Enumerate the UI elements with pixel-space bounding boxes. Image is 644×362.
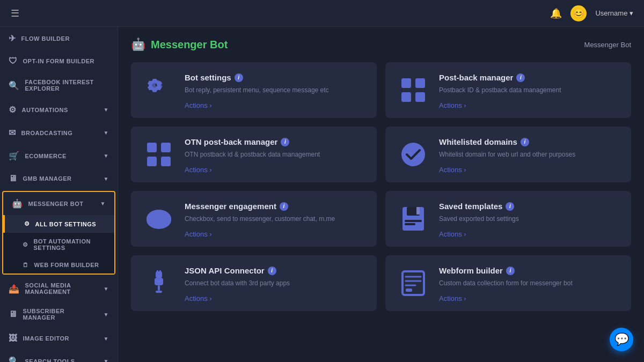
json-api-actions[interactable]: Actions › [185,294,366,302]
postback-card-icon [396,73,430,107]
info-icon[interactable]: i [268,267,276,275]
saved-templates-card-body: Saved templates i Saved exported bot set… [439,202,620,238]
engagement-card-body: Messenger engagement i Checkbox, send to… [185,202,366,238]
card-engagement: Messenger engagement i Checkbox, send to… [131,191,377,247]
svg-rect-19 [155,278,163,285]
svg-rect-13 [416,207,420,215]
sidebar-item-bot-automation[interactable]: ⚙ BOT AUTOMATION SETTINGS [3,233,114,256]
otn-title: OTN post-back manager i [185,137,366,146]
content-header: 🤖 Messenger Bot Messenger Bot [131,38,631,51]
info-icon[interactable]: i [280,202,288,211]
sidebar-item-fb-interest[interactable]: 🔍 FACEBOOK INTEREST EXPLORER [0,72,118,98]
main-layout: ✈ FLOW BUILDER 🛡 OPT-IN FORM BUILDER 🔍 F… [0,27,644,362]
info-icon[interactable]: i [506,202,514,211]
otn-card-body: OTN post-back manager i OTN postback id … [185,137,366,174]
bot-settings-actions[interactable]: Actions › [185,101,366,109]
sidebar-item-ecommerce[interactable]: 🛒 ECOMMERCE ▼ [0,144,118,167]
otn-actions[interactable]: Actions › [185,166,366,174]
otn-card-icon [142,137,176,172]
card-bot-settings: Bot settings i Bot reply, persistent men… [131,62,377,118]
main-content: 🤖 Messenger Bot Messenger Bot [118,27,644,362]
page-title-text: Messenger Bot [151,39,228,51]
svg-rect-26 [406,289,412,292]
card-postback-manager: Post-back manager i Postback ID & postba… [385,62,631,118]
engagement-actions[interactable]: Actions › [185,230,366,238]
engagement-card-icon [142,202,176,236]
topbar-left: ☰ [11,8,19,19]
svg-rect-3 [415,92,425,102]
flow-builder-icon: ✈ [9,33,16,43]
submenu-label: WEB FORM BUILDER [34,262,99,268]
sidebar-item-all-bot-settings[interactable]: ⚙ ALL BOT SETTINGS [3,215,114,233]
svg-rect-2 [401,92,411,102]
webform-title: Webform builder i [439,266,620,275]
sidebar-item-image-editor[interactable]: 🖼 IMAGE EDITOR ▼ [0,327,118,350]
whitelist-title: Whitelisted domains i [439,137,620,146]
web-form-icon: 🗒 [23,262,29,268]
info-icon[interactable]: i [516,73,525,82]
image-editor-icon: 🖼 [9,334,18,343]
chevron-down-icon: ▼ [104,176,109,182]
bell-icon[interactable]: 🔔 [550,8,562,19]
user-name[interactable]: Username ▾ [595,9,633,17]
chevron-down-icon: ▼ [100,201,106,206]
postback-card-body: Post-back manager i Postback ID & postba… [439,73,620,109]
whitelist-desc: Whitelist domain for web url and other p… [439,150,620,159]
json-api-card-icon [142,266,176,300]
sidebar-item-flow-builder[interactable]: ✈ FLOW BUILDER [0,27,118,50]
saved-templates-actions[interactable]: Actions › [439,230,620,238]
svg-rect-17 [157,270,158,273]
card-webform: Webform builder i Custom data collection… [385,255,631,311]
whitelist-card-body: Whitelisted domains i Whitelist domain f… [439,137,620,174]
engagement-title: Messenger engagement i [185,202,366,211]
sidebar-item-search-tools[interactable]: 🔍 SEARCH TOOLS ▼ [0,350,118,362]
card-otn-postback: OTN post-back manager i OTN postback id … [131,127,377,182]
whitelist-card-icon [396,137,430,172]
json-api-title: JSON API Connector i [185,266,366,275]
postback-title: Post-back manager i [439,73,620,82]
messenger-bot-icon: 🤖 [12,198,23,209]
sidebar-item-label: AUTOMATIONS [22,107,68,113]
sidebar-item-optin[interactable]: 🛡 OPT-IN FORM BUILDER [0,50,118,72]
ecommerce-icon: 🛒 [9,151,20,161]
info-icon[interactable]: i [281,138,289,146]
info-icon[interactable]: i [506,267,515,275]
sidebar-item-automations[interactable]: ⚙ AUTOMATIONS ▼ [0,98,118,121]
topbar-right: 🔔 😊 Username ▾ [550,5,633,21]
hamburger-icon[interactable]: ☰ [11,8,19,19]
info-icon[interactable]: i [521,138,529,146]
info-icon[interactable]: i [235,73,243,82]
chat-bubble[interactable]: 💬 [610,328,633,351]
user-avatar[interactable]: 😊 [570,5,587,21]
webform-card-icon [396,266,430,300]
sidebar-item-label: GMB MANAGER [23,175,72,182]
sidebar-item-label: BROADCASTING [21,130,73,136]
chevron-down-icon: ▼ [104,153,109,159]
sidebar-item-label: SEARCH TOOLS [25,358,75,363]
card-whitelisted: Whitelisted domains i Whitelist domain f… [385,127,631,182]
messenger-icon: 💬 [614,333,629,346]
chevron-down-icon: ▼ [104,358,109,362]
chevron-down-icon: ▼ [104,336,109,342]
sidebar-item-messenger-bot[interactable]: 🤖 MESSENGER BOT ▼ [3,192,114,215]
card-json-api: JSON API Connector i Connect bot data wi… [131,255,377,311]
chevron-down-icon: ▼ [104,312,109,317]
bot-settings-icon: ⚙ [24,220,30,227]
sidebar-item-social-media[interactable]: 📤 SOCIAL MEDIA MANAGEMENT ▼ [0,276,118,301]
sidebar-item-broadcasting[interactable]: ✉ BROADCASTING ▼ [0,121,118,144]
sidebar-item-web-form[interactable]: 🗒 WEB FORM BUILDER [3,256,114,274]
sidebar-item-label: ECOMMERCE [25,153,67,159]
sidebar: ✈ FLOW BUILDER 🛡 OPT-IN FORM BUILDER 🔍 F… [0,27,118,362]
otn-desc: OTN postback id & postback data manageme… [185,150,366,159]
subscriber-icon: 🖥 [9,309,18,319]
svg-rect-4 [147,143,157,152]
bot-settings-title: Bot settings i [185,73,366,82]
webform-actions[interactable]: Actions › [439,294,620,302]
sidebar-item-subscriber[interactable]: 🖥 SUBSCRIBER MANAGER ▼ [0,301,118,327]
sidebar-item-gmb[interactable]: 🖥 GMB MANAGER ▼ [0,167,118,190]
postback-actions[interactable]: Actions › [439,101,620,109]
gmb-icon: 🖥 [9,174,18,183]
whitelist-actions[interactable]: Actions › [439,166,620,174]
svg-rect-15 [405,223,415,225]
engagement-desc: Checkbox, send to messenger, customer ch… [185,214,366,224]
